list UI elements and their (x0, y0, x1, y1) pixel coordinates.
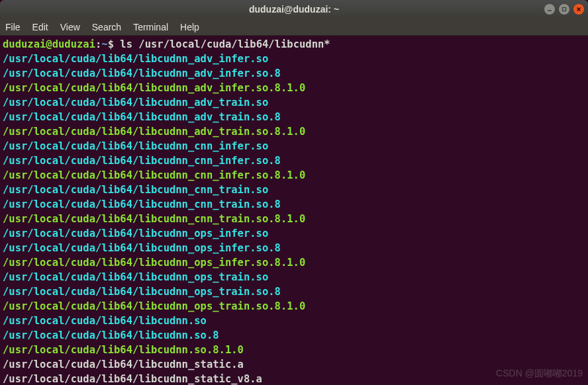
output-line: /usr/local/cuda/lib64/libcudnn.so.8 (3, 328, 585, 343)
command-text: ls /usr/local/cuda/lib64/libcudnn* (120, 38, 330, 50)
terminal-output: /usr/local/cuda/lib64/libcudnn_adv_infer… (3, 52, 585, 385)
menu-edit[interactable]: Edit (32, 22, 48, 32)
svg-rect-1 (563, 8, 566, 11)
output-line: /usr/local/cuda/lib64/libcudnn_adv_train… (3, 110, 585, 124)
output-line: /usr/local/cuda/lib64/libcudnn_cnn_train… (3, 183, 585, 197)
menubar: File Edit View Search Terminal Help (0, 19, 588, 36)
output-line: /usr/local/cuda/lib64/libcudnn_cnn_infer… (3, 168, 585, 183)
output-line: /usr/local/cuda/lib64/libcudnn_adv_infer… (3, 52, 585, 66)
output-line: /usr/local/cuda/lib64/libcudnn_cnn_train… (3, 212, 585, 226)
prompt-dollar: $ (108, 38, 121, 50)
titlebar: duduzai@duduzai: ~ (0, 0, 588, 19)
prompt-user-host: duduzai@duduzai (3, 38, 95, 50)
output-line: /usr/local/cuda/lib64/libcudnn_ops_infer… (3, 241, 585, 255)
output-line: /usr/local/cuda/lib64/libcudnn_ops_infer… (3, 226, 585, 241)
output-line: /usr/local/cuda/lib64/libcudnn_adv_infer… (3, 66, 585, 81)
menu-terminal[interactable]: Terminal (133, 22, 168, 32)
prompt-colon: : (95, 38, 101, 50)
menu-file[interactable]: File (5, 22, 21, 32)
maximize-button[interactable] (559, 4, 569, 15)
output-line: /usr/local/cuda/lib64/libcudnn_adv_train… (3, 124, 585, 139)
menu-help[interactable]: Help (180, 22, 199, 32)
output-line: /usr/local/cuda/lib64/libcudnn_cnn_infer… (3, 139, 585, 153)
menu-view[interactable]: View (60, 22, 80, 32)
close-button[interactable] (573, 4, 584, 15)
window-controls (544, 4, 584, 15)
output-line: /usr/local/cuda/lib64/libcudnn_adv_train… (3, 95, 585, 110)
output-line: /usr/local/cuda/lib64/libcudnn.so (3, 314, 585, 328)
prompt-path: ~ (101, 38, 107, 50)
terminal-area[interactable]: duduzai@duduzai:~$ ls /usr/local/cuda/li… (0, 36, 588, 385)
output-line: /usr/local/cuda/lib64/libcudnn.so.8.1.0 (3, 343, 585, 357)
output-line: /usr/local/cuda/lib64/libcudnn_ops_infer… (3, 255, 585, 270)
output-line: /usr/local/cuda/lib64/libcudnn_cnn_train… (3, 197, 585, 212)
output-line: /usr/local/cuda/lib64/libcudnn_adv_infer… (3, 81, 585, 95)
output-line: /usr/local/cuda/lib64/libcudnn_ops_train… (3, 299, 585, 314)
menu-search[interactable]: Search (92, 22, 121, 32)
output-line: /usr/local/cuda/lib64/libcudnn_ops_train… (3, 270, 585, 284)
output-line: /usr/local/cuda/lib64/libcudnn_ops_train… (3, 284, 585, 299)
minimize-button[interactable] (544, 4, 555, 15)
watermark: CSDN @圆嘟嘟2019 (496, 368, 583, 380)
output-line: /usr/local/cuda/lib64/libcudnn_cnn_infer… (3, 153, 585, 168)
prompt-line: duduzai@duduzai:~$ ls /usr/local/cuda/li… (3, 37, 585, 52)
window-title: duduzai@duduzai: ~ (249, 4, 339, 15)
